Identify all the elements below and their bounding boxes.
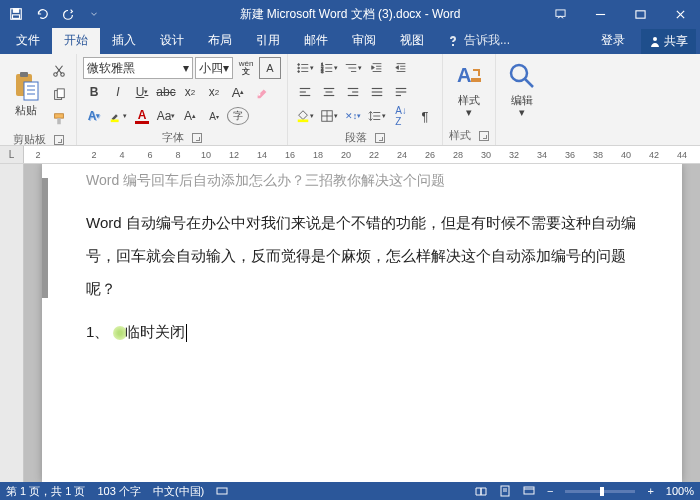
- minimize-icon[interactable]: [580, 0, 620, 28]
- editing-button[interactable]: 编辑▾: [502, 56, 542, 122]
- group-paragraph-label: 段落: [345, 130, 367, 145]
- styles-button[interactable]: A 样式▾: [449, 56, 489, 122]
- svg-rect-70: [471, 78, 481, 82]
- svg-line-72: [525, 79, 533, 87]
- page-scroll[interactable]: Word 编号回车后自动添加怎么办？三招教你解决这个问题 Word 自动编号在办…: [24, 164, 700, 482]
- highlight-icon[interactable]: ▾: [107, 105, 129, 127]
- redo-icon[interactable]: [56, 2, 80, 26]
- close-icon[interactable]: [660, 0, 700, 28]
- cut-icon[interactable]: [48, 60, 70, 82]
- tell-me[interactable]: 告诉我...: [436, 27, 522, 54]
- enclose-char-icon[interactable]: 字: [227, 107, 249, 125]
- styles-icon: A: [453, 60, 485, 92]
- save-icon[interactable]: [4, 2, 28, 26]
- styles-dialog-icon[interactable]: [479, 131, 489, 141]
- font-size-combo[interactable]: 小四▾: [195, 57, 233, 79]
- tab-references[interactable]: 引用: [244, 27, 292, 54]
- status-words[interactable]: 103 个字: [97, 484, 140, 499]
- undo-icon[interactable]: [30, 2, 54, 26]
- list-item[interactable]: 1、 临时关闭: [86, 323, 638, 342]
- tab-mailings[interactable]: 邮件: [292, 27, 340, 54]
- zoom-slider[interactable]: [565, 490, 635, 493]
- ribbon-options-icon[interactable]: [540, 0, 580, 28]
- tab-design[interactable]: 设计: [148, 27, 196, 54]
- svg-rect-10: [20, 72, 28, 77]
- ribbon-tabs: 文件 开始 插入 设计 布局 引用 邮件 审阅 视图 告诉我... 登录 共享: [0, 28, 700, 54]
- status-input-icon[interactable]: [216, 485, 228, 497]
- subscript-button[interactable]: x2: [179, 81, 201, 103]
- paste-button[interactable]: 粘贴: [6, 56, 46, 130]
- body-paragraph[interactable]: Word 自动编号在办公中对我们来说是个不错的功能，但是有时候不需要这种自动编号…: [86, 206, 638, 305]
- font-name-combo[interactable]: 微软雅黑▾: [83, 57, 193, 79]
- svg-rect-73: [217, 488, 227, 494]
- svg-point-8: [653, 37, 657, 41]
- page[interactable]: Word 编号回车后自动添加怎么办？三招教你解决这个问题 Word 自动编号在办…: [42, 164, 682, 482]
- grow-font2-icon[interactable]: A▴: [179, 105, 201, 127]
- italic-button[interactable]: I: [107, 81, 129, 103]
- line-spacing-icon[interactable]: ▾: [366, 105, 388, 127]
- align-left-icon[interactable]: [294, 81, 316, 103]
- share-button[interactable]: 共享: [641, 29, 696, 54]
- tab-home[interactable]: 开始: [52, 27, 100, 54]
- login-button[interactable]: 登录: [589, 27, 637, 54]
- svg-point-28: [298, 71, 300, 73]
- shading-icon[interactable]: ▾: [294, 105, 316, 127]
- tab-view[interactable]: 视图: [388, 27, 436, 54]
- tab-file[interactable]: 文件: [4, 27, 52, 54]
- char-border-icon[interactable]: A: [259, 57, 281, 79]
- font-dialog-icon[interactable]: [192, 133, 202, 143]
- align-center-icon[interactable]: [318, 81, 340, 103]
- zoom-out-icon[interactable]: −: [547, 485, 553, 497]
- strike-button[interactable]: abc: [155, 81, 177, 103]
- zoom-in-icon[interactable]: +: [647, 485, 653, 497]
- ruler-corner[interactable]: L: [0, 146, 24, 163]
- maximize-icon[interactable]: [620, 0, 660, 28]
- char-shading-icon[interactable]: Aa▾: [155, 105, 177, 127]
- status-page[interactable]: 第 1 页，共 1 页: [6, 484, 85, 499]
- distribute-icon[interactable]: [390, 81, 412, 103]
- bold-button[interactable]: B: [83, 81, 105, 103]
- asian-layout-icon[interactable]: ✕↕▾: [342, 105, 364, 127]
- align-right-icon[interactable]: [342, 81, 364, 103]
- editing-label: 编辑: [511, 94, 533, 106]
- svg-rect-5: [635, 10, 644, 17]
- ruler-ticks: 2246810121416182022242628303234363840424…: [24, 146, 700, 163]
- underline-button[interactable]: U▾: [131, 81, 153, 103]
- tab-layout[interactable]: 布局: [196, 27, 244, 54]
- page-edge: [42, 178, 48, 298]
- numbering-icon[interactable]: 123▾: [318, 57, 340, 79]
- align-justify-icon[interactable]: [366, 81, 388, 103]
- copy-icon[interactable]: [48, 84, 70, 106]
- phonetic-guide-icon[interactable]: wén文: [235, 57, 257, 79]
- group-paragraph: ▾ 123▾ ▾ ▾ ▾ ✕↕▾ ▾ A↓Z ¶ 段落: [288, 54, 443, 145]
- text-effects-icon[interactable]: A▾: [83, 105, 105, 127]
- tab-review[interactable]: 审阅: [340, 27, 388, 54]
- show-marks-icon[interactable]: ¶: [414, 105, 436, 127]
- borders-icon[interactable]: ▾: [318, 105, 340, 127]
- sort-icon[interactable]: A↓Z: [390, 105, 412, 127]
- grow-font-icon[interactable]: A▴: [227, 81, 249, 103]
- clipboard-dialog-icon[interactable]: [54, 135, 64, 145]
- bullets-icon[interactable]: ▾: [294, 57, 316, 79]
- horizontal-ruler[interactable]: L 22468101214161820222426283032343638404…: [0, 146, 700, 164]
- status-lang[interactable]: 中文(中国): [153, 484, 204, 499]
- paragraph-dialog-icon[interactable]: [375, 133, 385, 143]
- shrink-font-icon[interactable]: A▾: [203, 105, 225, 127]
- clear-format-icon[interactable]: [251, 81, 273, 103]
- format-painter-icon[interactable]: [48, 108, 70, 130]
- vertical-ruler[interactable]: [0, 164, 24, 482]
- tab-insert[interactable]: 插入: [100, 27, 148, 54]
- zoom-value[interactable]: 100%: [666, 485, 694, 497]
- qat-more-icon[interactable]: [82, 2, 106, 26]
- decrease-indent-icon[interactable]: [366, 57, 388, 79]
- view-print-icon[interactable]: [499, 485, 511, 497]
- font-color-icon[interactable]: A: [131, 105, 153, 127]
- view-web-icon[interactable]: [523, 485, 535, 497]
- increase-indent-icon[interactable]: [390, 57, 412, 79]
- view-read-icon[interactable]: [475, 485, 487, 497]
- paste-icon: [10, 70, 42, 102]
- paste-label: 粘贴: [15, 104, 37, 116]
- group-font-label: 字体: [162, 130, 184, 145]
- multilevel-icon[interactable]: ▾: [342, 57, 364, 79]
- superscript-button[interactable]: x2: [203, 81, 225, 103]
